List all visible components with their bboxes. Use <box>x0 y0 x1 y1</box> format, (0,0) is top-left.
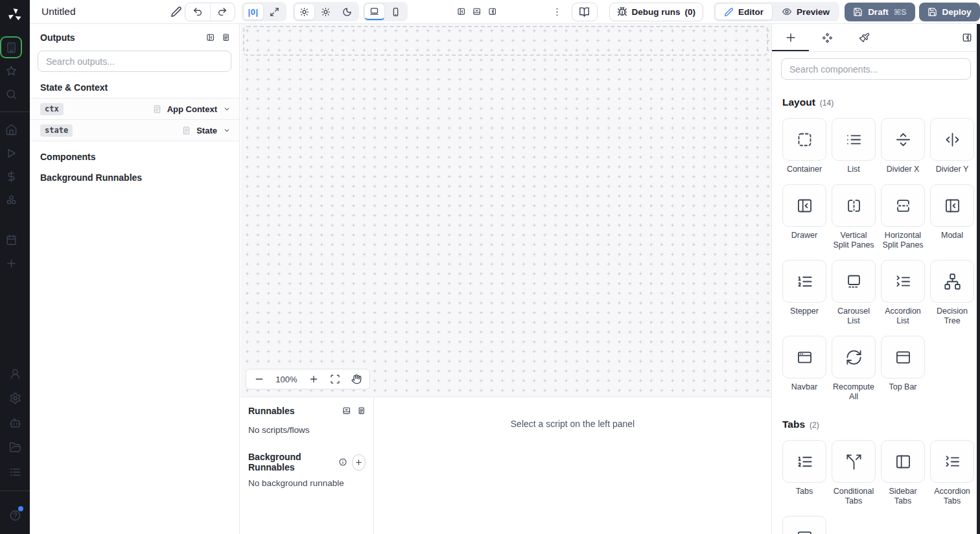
sidebar-item-favorites[interactable] <box>0 60 22 82</box>
runnables-doc-button[interactable] <box>357 406 366 415</box>
component-list[interactable]: List <box>832 118 876 174</box>
more-menu-button[interactable] <box>552 6 563 17</box>
tab-global-styling[interactable] <box>846 24 883 51</box>
pan-mode-button[interactable] <box>351 374 362 384</box>
component-accordion-list[interactable]: Accordion List <box>881 260 925 326</box>
sidebar-item-home[interactable] <box>0 119 22 141</box>
collapse-components-panel-button[interactable] <box>962 32 972 43</box>
preview-tab[interactable]: Preview <box>773 3 838 20</box>
docs-button[interactable] <box>572 3 598 21</box>
component-card[interactable] <box>782 336 826 378</box>
component-card[interactable] <box>881 260 925 303</box>
component-card[interactable] <box>782 184 826 227</box>
fit-view-button[interactable] <box>330 374 340 384</box>
expand-canvas-button[interactable] <box>264 3 285 20</box>
deploy-button[interactable]: Deploy <box>919 3 980 21</box>
chevron-down-icon[interactable] <box>222 126 231 135</box>
component-card[interactable] <box>832 118 876 161</box>
sidebar-item-account[interactable] <box>4 362 26 384</box>
collapse-outputs-panel-button[interactable] <box>206 33 215 41</box>
component-card[interactable] <box>782 516 826 534</box>
component-card[interactable] <box>782 440 826 483</box>
component-card[interactable] <box>832 440 876 483</box>
sidebar-item-settings[interactable] <box>4 387 26 409</box>
component-carousel-list[interactable]: Carousel List <box>832 260 876 326</box>
editor-tab[interactable]: Editor <box>715 3 773 20</box>
component-container[interactable]: Container <box>782 118 826 174</box>
component-card[interactable] <box>881 440 925 483</box>
sidebar-item-runs[interactable] <box>0 142 22 164</box>
output-row-state[interactable]: stateState <box>30 120 239 141</box>
undo-button[interactable] <box>185 3 210 21</box>
canvas-position-group: |0| <box>242 2 286 21</box>
component-card[interactable] <box>930 440 974 483</box>
component-decision-tree[interactable]: Decision Tree <box>930 260 974 326</box>
component-stepper[interactable]: Stepper <box>782 260 826 326</box>
zoom-in-button[interactable] <box>309 374 319 384</box>
mobile-view-button[interactable] <box>386 3 406 20</box>
chevron-down-icon[interactable] <box>222 104 231 113</box>
zoom-out-button[interactable] <box>254 374 264 384</box>
component-card[interactable] <box>930 260 974 303</box>
sidebar-item-create[interactable] <box>0 252 22 274</box>
tab-insert-component[interactable] <box>772 24 809 51</box>
sidebar-item-variables[interactable] <box>0 165 22 187</box>
component-card[interactable] <box>832 260 876 303</box>
outputs-doc-button[interactable] <box>222 33 230 41</box>
sidebar-item-schedules[interactable] <box>0 229 22 251</box>
component-card[interactable] <box>782 118 826 161</box>
theme-light-button[interactable] <box>316 3 336 20</box>
reset-canvas-position-button[interactable]: |0| <box>243 3 264 20</box>
component-card[interactable] <box>881 336 925 378</box>
component-horizontal-split-panes[interactable]: Horizontal Split Panes <box>881 184 925 250</box>
toggle-left-panel-button[interactable] <box>457 7 465 16</box>
component-modal[interactable]: Modal <box>930 184 974 250</box>
component-card[interactable] <box>832 184 876 227</box>
windmill-logo-icon <box>5 5 25 25</box>
save-draft-button[interactable]: Draft ⌘S <box>845 3 915 21</box>
component-card[interactable] <box>930 184 974 227</box>
component-card[interactable] <box>930 118 974 161</box>
component-sidebar-tabs[interactable]: Sidebar Tabs <box>881 440 925 506</box>
tab-component-tree[interactable] <box>809 24 846 51</box>
output-row-ctx[interactable]: ctxApp Context <box>30 99 239 120</box>
component-vertical-split-panes[interactable]: Vertical Split Panes <box>832 184 876 250</box>
sidebar-item-audit-logs[interactable] <box>4 461 26 483</box>
component-card[interactable] <box>881 184 925 227</box>
component-drawer[interactable]: Drawer <box>782 184 826 250</box>
component-divider-y[interactable]: Divider Y <box>930 118 974 174</box>
component-card[interactable] <box>832 336 876 378</box>
component-accordion-tabs[interactable]: Accordion Tabs <box>930 440 974 506</box>
debug-runs-button[interactable]: Debug runs (0) <box>609 3 704 21</box>
collapse-runnables-panel-button[interactable] <box>342 406 351 415</box>
component-navbar[interactable]: Navbar <box>782 336 826 402</box>
component-recompute-all[interactable]: Recompute All <box>832 336 876 402</box>
redo-button[interactable] <box>210 3 235 21</box>
rename-app-button[interactable] <box>170 6 182 17</box>
search-components-input[interactable] <box>781 58 971 80</box>
toggle-bottom-panel-button[interactable] <box>472 7 481 16</box>
desktop-view-button[interactable] <box>364 3 385 20</box>
page-scrollbar[interactable] <box>977 24 980 534</box>
theme-dark-button[interactable] <box>337 3 358 20</box>
sidebar-item-workers[interactable] <box>4 412 26 434</box>
sidebar-item-help[interactable] <box>4 504 26 526</box>
sidebar-item-workspace[interactable] <box>0 36 22 58</box>
component-tabs[interactable]: Tabs <box>782 440 826 506</box>
search-outputs-input[interactable] <box>38 51 231 72</box>
toggle-right-panel-button[interactable] <box>488 7 496 16</box>
app-canvas[interactable]: 100% <box>240 24 771 397</box>
empty-grid-placeholder[interactable] <box>243 26 768 56</box>
component-card[interactable] <box>782 260 826 303</box>
component-grid-layout: ContainerListDivider XDivider YDrawerVer… <box>782 118 970 402</box>
component-card[interactable] <box>881 118 925 161</box>
component-top-bar[interactable]: Top Bar <box>881 336 925 402</box>
sidebar-item-folders[interactable] <box>4 436 26 458</box>
theme-auto-button[interactable] <box>294 3 315 20</box>
add-background-runnable-button[interactable] <box>352 454 366 470</box>
component-partial[interactable] <box>782 516 826 534</box>
sidebar-item-resources[interactable] <box>0 189 22 211</box>
component-divider-x[interactable]: Divider X <box>881 118 925 174</box>
sidebar-item-search[interactable] <box>0 83 22 105</box>
component-conditional-tabs[interactable]: Conditional Tabs <box>832 440 876 506</box>
